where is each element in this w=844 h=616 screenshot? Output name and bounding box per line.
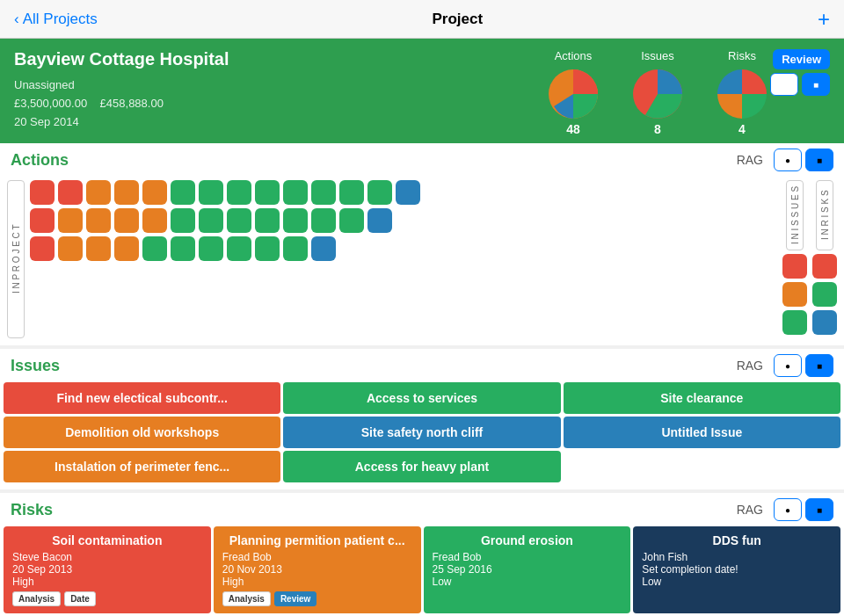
issue-item-2[interactable]: Site clearance <box>564 382 840 414</box>
risks-label: Risks <box>728 49 756 62</box>
dot[interactable] <box>283 180 308 205</box>
dot[interactable] <box>255 180 280 205</box>
nav-title: Project <box>433 11 484 28</box>
dot[interactable] <box>199 236 223 261</box>
risk-priority-3: Low <box>642 576 832 588</box>
dot[interactable] <box>142 180 167 205</box>
dot[interactable] <box>171 208 195 233</box>
dot[interactable] <box>199 180 223 205</box>
dot[interactable] <box>142 236 167 261</box>
dot[interactable] <box>58 180 83 205</box>
dot[interactable] <box>142 208 167 233</box>
risk-title-0: Soil contamination <box>12 533 202 547</box>
issue-item-6[interactable]: Instalation of perimeter fenc... <box>4 451 280 482</box>
risk-extra-3: Set completion date! <box>642 563 832 576</box>
actions-stat: Actions 48 <box>545 49 601 136</box>
dot[interactable] <box>812 254 837 279</box>
risk-date-1: 20 Nov 2013 <box>222 563 412 576</box>
back-button[interactable]: ‹ All Projects <box>14 11 98 28</box>
risk-item-0[interactable]: Soil contamination Steve Bacon 20 Sep 20… <box>4 526 211 613</box>
unassigned-label: Unassigned <box>14 78 75 91</box>
dot[interactable] <box>171 180 195 205</box>
risk-badge-analysis-0[interactable]: Analysis <box>12 591 61 606</box>
dot[interactable] <box>227 236 251 261</box>
dot[interactable] <box>86 208 111 233</box>
dot[interactable] <box>30 208 55 233</box>
dot[interactable] <box>812 282 837 307</box>
dot[interactable] <box>58 208 83 233</box>
budget2: £458,888.00 <box>100 97 164 110</box>
actions-header: Actions RAG ● ■ <box>0 143 844 177</box>
risk-priority-0: High <box>12 576 202 588</box>
issues-pie-chart <box>629 66 686 122</box>
dot[interactable] <box>311 180 336 205</box>
risk-badge-date-0[interactable]: Date <box>64 591 96 606</box>
dot[interactable] <box>311 208 336 233</box>
dot[interactable] <box>86 236 111 261</box>
risk-item-1[interactable]: Planning permition patient c... Fread Bo… <box>214 526 421 613</box>
dot[interactable] <box>311 236 336 261</box>
dot[interactable] <box>339 180 364 205</box>
actions-toggle-2[interactable]: ■ <box>805 149 833 171</box>
risks-toggle-1[interactable]: ● <box>774 498 802 521</box>
dot[interactable] <box>367 208 392 233</box>
dot[interactable] <box>30 180 55 205</box>
dot[interactable] <box>255 208 280 233</box>
dot[interactable] <box>782 282 807 307</box>
issues-toggle-2[interactable]: ■ <box>805 354 833 377</box>
issue-item-1[interactable]: Access to services <box>283 382 560 414</box>
dot[interactable] <box>227 180 251 205</box>
project-meta: Unassigned £3,500,000.00 £458,888.00 20 … <box>14 76 545 131</box>
dot[interactable] <box>171 236 195 261</box>
review-button[interactable]: Review <box>773 49 830 69</box>
actions-pie-chart <box>545 66 601 122</box>
dot[interactable] <box>782 254 807 279</box>
risks-header: Risks RAG ● ■ <box>0 493 844 526</box>
issues-rag-label: RAG <box>737 359 763 373</box>
risk-item-2[interactable]: Ground erosion Fread Bob 25 Sep 2016 Low <box>424 526 631 613</box>
issue-item-4[interactable]: Site safety north cliff <box>283 417 560 448</box>
toggle-grid-btn[interactable]: ■ <box>802 73 830 96</box>
issues-toggles: ● ■ <box>774 354 833 377</box>
risk-badges-1: Analysis Review <box>222 591 412 606</box>
dot[interactable] <box>30 236 55 261</box>
issue-item-3[interactable]: Demolition old workshops <box>4 417 280 448</box>
dot[interactable] <box>396 180 420 205</box>
actions-rag-label: RAG <box>737 153 763 167</box>
risks-pie-chart <box>714 66 770 122</box>
risk-name-1: Fread Bob <box>222 551 412 563</box>
toggle-list-btn[interactable]: ● <box>770 73 798 96</box>
actions-section: Actions RAG ● ■ I N P R O J E C T <box>0 143 844 345</box>
risks-toggle-2[interactable]: ■ <box>805 498 833 521</box>
dot[interactable] <box>114 180 139 205</box>
risk-badges-0: Analysis Date <box>12 591 202 606</box>
dot[interactable] <box>367 180 392 205</box>
dot[interactable] <box>58 236 83 261</box>
dot[interactable] <box>255 236 280 261</box>
issue-item-7[interactable]: Access for heavy plant <box>283 451 560 482</box>
risk-badge-review-1[interactable]: Review <box>274 591 316 606</box>
in-issues-label: I N I S S U E S <box>786 180 804 250</box>
issue-item-5[interactable]: Untitled Issue <box>564 417 840 448</box>
dot[interactable] <box>199 208 223 233</box>
issue-item-0[interactable]: Find new electical subcontr... <box>4 382 280 414</box>
issues-grid: Find new electical subcontr... Access to… <box>0 382 844 489</box>
dot[interactable] <box>782 310 807 335</box>
actions-toggle-1[interactable]: ● <box>774 149 802 171</box>
issues-header: Issues RAG ● ■ <box>0 349 844 382</box>
actions-row-1 <box>30 180 777 205</box>
dot[interactable] <box>812 310 837 335</box>
dot[interactable] <box>86 180 111 205</box>
dot[interactable] <box>283 208 308 233</box>
risk-title-1: Planning permition patient c... <box>222 533 412 547</box>
dot[interactable] <box>114 236 139 261</box>
actions-row-2 <box>30 208 777 233</box>
add-button[interactable]: + <box>818 7 830 32</box>
risk-badge-analysis-1[interactable]: Analysis <box>222 591 271 606</box>
dot[interactable] <box>283 236 308 261</box>
dot[interactable] <box>227 208 251 233</box>
dot[interactable] <box>114 208 139 233</box>
risk-item-3[interactable]: DDS fun John Fish Set completion date! L… <box>633 526 840 613</box>
dot[interactable] <box>339 208 364 233</box>
issues-toggle-1[interactable]: ● <box>774 354 802 377</box>
